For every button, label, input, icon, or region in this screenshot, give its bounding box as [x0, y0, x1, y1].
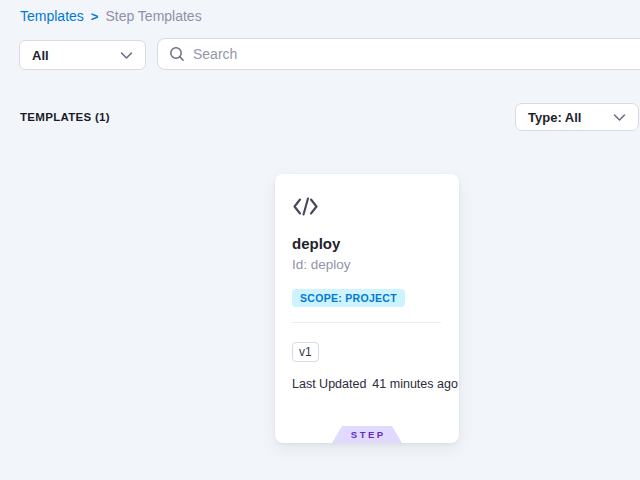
chevron-down-icon [613, 113, 626, 122]
templates-count-label: TEMPLATES (1) [20, 111, 110, 123]
last-updated-label: Last Updated [292, 377, 366, 391]
template-id: Id: deploy [292, 257, 351, 272]
last-updated-value: 41 minutes ago [372, 377, 457, 391]
template-card[interactable]: deploy Id: deploy SCOPE: PROJECT v1 Last… [275, 174, 459, 443]
search-input[interactable] [193, 46, 637, 62]
breadcrumb-link-templates[interactable]: Templates [20, 8, 84, 24]
step-type-badge: STEP [332, 426, 402, 443]
search-icon [169, 46, 185, 62]
step-templates-page: Templates>Step Templates All TEMPLATES (… [0, 0, 640, 480]
type-filter-value: Type: All [528, 110, 581, 125]
breadcrumb-current: Step Templates [105, 8, 201, 24]
template-name: deploy [292, 235, 340, 252]
last-updated-row: Last Updated41 minutes ago [292, 377, 458, 391]
chevron-down-icon [120, 51, 133, 60]
code-icon [292, 197, 319, 220]
search-box [157, 38, 640, 70]
breadcrumb-separator-icon: > [91, 9, 99, 24]
scope-filter-select[interactable]: All [19, 40, 146, 70]
breadcrumb: Templates>Step Templates [20, 6, 202, 27]
scope-badge: SCOPE: PROJECT [292, 289, 405, 307]
version-chip: v1 [292, 342, 319, 362]
type-filter-select[interactable]: Type: All [515, 103, 639, 131]
scope-filter-value: All [32, 48, 49, 63]
card-divider [292, 322, 441, 323]
